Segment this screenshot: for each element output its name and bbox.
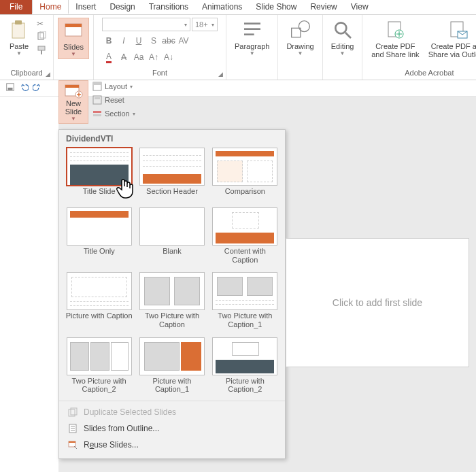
dropdown-caret-icon: ▼ — [71, 51, 76, 57]
strikethrough-button[interactable]: abc — [162, 34, 175, 48]
tab-file[interactable]: File — [0, 0, 32, 14]
shrink-font-button[interactable]: A↓ — [162, 50, 175, 64]
svg-rect-22 — [65, 85, 79, 88]
svg-rect-25 — [93, 82, 101, 85]
bold-button[interactable]: B — [102, 34, 116, 48]
cut-icon[interactable]: ✂ — [37, 19, 46, 29]
layout-button[interactable]: Layout▾ — [90, 80, 138, 92]
tab-view[interactable]: View — [344, 0, 375, 14]
tab-insert[interactable]: Insert — [69, 0, 103, 14]
redo-icon[interactable] — [33, 82, 42, 94]
dropdown-caret-icon: ▾ — [211, 22, 214, 28]
dialog-launcher-icon[interactable]: ◢ — [218, 71, 223, 78]
grow-font-button[interactable]: A↑ — [147, 50, 160, 64]
dialog-launcher-icon[interactable]: ◢ — [46, 71, 50, 78]
ribbon: Paste ▼ ✂ Clipboard◢ Slides ▼ ▾ 18+▾ — [0, 15, 476, 80]
dropdown-caret-icon: ▼ — [250, 50, 255, 56]
group-acrobat: Create PDF and Share link Create PDF and… — [362, 15, 476, 80]
clipboard-group-label: Clipboard — [10, 69, 42, 77]
svg-point-12 — [299, 21, 309, 32]
tab-review[interactable]: Review — [303, 0, 343, 14]
dropdown-caret-icon: ▾ — [130, 84, 133, 90]
dropdown-caret-icon: ▾ — [184, 22, 187, 28]
tab-slideshow[interactable]: Slide Show — [249, 0, 303, 14]
editing-label: Editing — [331, 42, 354, 50]
reset-icon — [92, 95, 102, 97]
clipboard-icon — [8, 19, 30, 41]
reset-button[interactable]: Reset — [90, 94, 138, 97]
new-slide-icon — [64, 82, 83, 97]
svg-rect-11 — [291, 28, 300, 37]
save-icon[interactable] — [5, 82, 15, 94]
group-paragraph: Paragraph ▼ — [226, 15, 278, 80]
drawing-button[interactable]: Drawing ▼ — [282, 18, 318, 58]
svg-rect-7 — [65, 24, 82, 27]
spacing-button[interactable]: AV — [177, 34, 190, 48]
tab-transitions[interactable]: Transitions — [142, 0, 195, 14]
paste-label: Paste — [10, 42, 29, 50]
svg-rect-4 — [38, 46, 45, 50]
undo-icon[interactable] — [19, 82, 29, 94]
reset-label: Reset — [105, 96, 124, 97]
search-icon — [332, 19, 354, 41]
group-clipboard: Paste ▼ ✂ Clipboard◢ — [0, 15, 54, 80]
tab-bar: File Home Insert Design Transitions Anim… — [0, 0, 476, 15]
editing-button[interactable]: Editing ▼ — [327, 18, 358, 58]
paste-button[interactable]: Paste ▼ — [4, 18, 34, 58]
svg-rect-5 — [41, 50, 42, 54]
drawing-label: Drawing — [286, 42, 313, 50]
pdf-share-outlook-button[interactable]: Create PDF and Share via Outlook — [424, 18, 476, 60]
font-name-input[interactable]: ▾ — [102, 18, 190, 31]
tab-animations[interactable]: Animations — [195, 0, 249, 14]
svg-point-13 — [335, 22, 346, 33]
svg-rect-26 — [93, 96, 101, 97]
svg-rect-0 — [12, 23, 24, 38]
layout-icon — [92, 82, 102, 91]
pdf-share-outlook-label: Create PDF and Share via Outlook — [428, 42, 476, 58]
font-size-value: 18+ — [195, 20, 208, 29]
layout-label: Layout — [105, 82, 127, 90]
pdf-share-link-button[interactable]: Create PDF and Share link — [367, 18, 424, 60]
svg-rect-20 — [8, 88, 13, 90]
dropdown-caret-icon: ▼ — [16, 50, 22, 56]
shapes-icon — [290, 19, 311, 41]
slides-mini-commands: Layout▾ Reset Section▾ — [90, 80, 138, 97]
svg-rect-1 — [15, 20, 22, 24]
font-color-button[interactable]: A — [102, 50, 116, 64]
tab-design[interactable]: Design — [103, 0, 141, 14]
group-slides: Slides ▼ — [54, 15, 94, 80]
acrobat-group-label: Adobe Acrobat — [405, 69, 454, 78]
paragraph-label: Paragraph — [235, 42, 269, 50]
slides-icon — [63, 20, 84, 41]
shadow-button[interactable]: S — [147, 34, 160, 48]
change-case-button[interactable]: Aa — [132, 50, 146, 64]
font-size-input[interactable]: 18+▾ — [192, 18, 218, 31]
pdf-link-icon — [384, 19, 406, 41]
copy-icon[interactable] — [37, 31, 46, 43]
underline-button[interactable]: U — [132, 34, 146, 48]
slides-label: Slides — [63, 43, 84, 51]
group-drawing: Drawing ▼ — [278, 15, 322, 80]
new-slide-dropdown[interactable]: New Slide ▼ — [58, 80, 88, 97]
font-group-label: Font — [152, 69, 167, 77]
pdf-outlook-icon — [447, 19, 469, 41]
pdf-share-link-label: Create PDF and Share link — [371, 42, 420, 58]
format-painter-icon[interactable] — [37, 46, 46, 57]
paragraph-button[interactable]: Paragraph ▼ — [231, 18, 273, 58]
slides-button[interactable]: Slides ▼ — [58, 18, 89, 59]
tab-home[interactable]: Home — [32, 0, 69, 14]
clear-format-button[interactable]: A̶ — [117, 50, 131, 64]
italic-button[interactable]: I — [117, 34, 131, 48]
dropdown-caret-icon: ▼ — [340, 50, 345, 56]
paragraph-icon — [241, 19, 263, 41]
svg-line-14 — [345, 33, 351, 38]
group-font: ▾ 18+▾ B I U S abc AV A A̶ Aa A↑ A↓ Font… — [94, 15, 226, 80]
dropdown-caret-icon: ▼ — [298, 50, 303, 56]
group-editing: Editing ▼ — [323, 15, 363, 80]
